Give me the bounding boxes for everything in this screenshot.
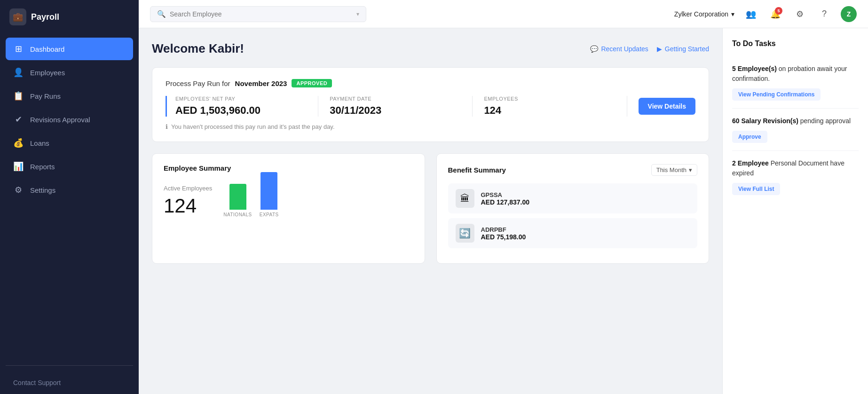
employee-summary-card: Employee Summary Active Employees 124 NA… bbox=[152, 153, 425, 264]
sidebar-label-revisions_approval: Revisions Approval bbox=[30, 116, 90, 124]
benefit-summary-title: Benefit Summary bbox=[448, 166, 506, 174]
sidebar-item-pay_runs[interactable]: 📋 Pay Runs bbox=[6, 85, 133, 107]
payrun-employees: EMPLOYEES 124 bbox=[484, 96, 627, 117]
benefit-logo: 🏛 bbox=[456, 189, 474, 208]
benefit-logo: 🔄 bbox=[456, 224, 474, 243]
search-icon: 🔍 bbox=[157, 10, 166, 18]
net-pay-label: EMPLOYEES' NET PAY bbox=[175, 96, 307, 102]
settings-icon: ⚙ bbox=[13, 185, 24, 195]
sidebar-item-settings[interactable]: ⚙ Settings bbox=[6, 179, 133, 201]
team-icon[interactable]: 👥 bbox=[743, 6, 759, 22]
reports-icon: 📊 bbox=[13, 161, 24, 172]
org-chevron-icon: ▾ bbox=[731, 10, 734, 18]
content-area: Welcome Kabir! 💬 Recent Updates ▶ Gettin… bbox=[139, 28, 868, 394]
org-name: Zylker Corporation bbox=[674, 10, 728, 18]
search-bar[interactable]: 🔍 ▾ bbox=[150, 6, 366, 22]
org-selector[interactable]: Zylker Corporation ▾ bbox=[674, 10, 734, 18]
sidebar-label-pay_runs: Pay Runs bbox=[30, 92, 61, 100]
notification-badge: 5 bbox=[775, 7, 782, 15]
settings-icon[interactable]: ⚙ bbox=[792, 6, 808, 22]
net-pay-value: AED 1,503,960.00 bbox=[175, 104, 307, 117]
benefit-items: 🏛 GPSSA AED 127,837.00 🔄 ADRPBF AED 75,1… bbox=[448, 183, 698, 248]
sidebar-label-dashboard: Dashboard bbox=[30, 45, 64, 53]
pay_runs-icon: 📋 bbox=[13, 91, 24, 101]
todo-item-probation: 5 Employee(s) on probation await your co… bbox=[732, 56, 859, 109]
payrun-month: November 2023 bbox=[235, 79, 287, 87]
bar-label: NATIONALS bbox=[223, 212, 252, 217]
todo-btn-probation[interactable]: View Pending Confirmations bbox=[732, 88, 821, 101]
sidebar-item-dashboard[interactable]: ⊞ Dashboard bbox=[6, 38, 133, 60]
topbar: 🔍 ▾ Zylker Corporation ▾ 👥 🔔 5 ⚙ ? Z bbox=[139, 0, 868, 28]
benefit-name: GPSSA bbox=[481, 191, 530, 198]
payrun-net-pay: EMPLOYEES' NET PAY AED 1,503,960.00 bbox=[175, 96, 318, 117]
todo-text: 60 Salary Revision(s) pending approval bbox=[732, 116, 859, 126]
bar-nationals: NATIONALS bbox=[223, 184, 252, 217]
benefit-filter-chevron: ▾ bbox=[689, 166, 692, 173]
todo-highlight: 60 Salary Revision(s) bbox=[732, 117, 798, 125]
sidebar-item-employees[interactable]: 👤 Employees bbox=[6, 61, 133, 84]
sidebar-logo[interactable]: 💼 Payroll bbox=[0, 0, 139, 34]
help-icon[interactable]: ? bbox=[816, 6, 832, 22]
benefit-name: ADRPBF bbox=[481, 226, 526, 233]
getting-started-label: Getting Started bbox=[665, 45, 709, 53]
page-title: Welcome Kabir! bbox=[152, 41, 244, 56]
sidebar-nav: ⊞ Dashboard👤 Employees📋 Pay Runs✔ Revisi… bbox=[0, 34, 139, 360]
contact-support[interactable]: Contact Support bbox=[0, 371, 139, 394]
todo-btn-salary_revision[interactable]: Approve bbox=[732, 131, 767, 143]
topbar-right: Zylker Corporation ▾ 👥 🔔 5 ⚙ ? Z bbox=[674, 6, 857, 22]
todo-items: 5 Employee(s) on probation await your co… bbox=[732, 56, 859, 203]
page-header-actions: 💬 Recent Updates ▶ Getting Started bbox=[590, 45, 709, 53]
summaries-row: Employee Summary Active Employees 124 NA… bbox=[152, 153, 709, 264]
payrun-title: Process Pay Run for November 2023 APPROV… bbox=[166, 79, 695, 87]
benefit-filter-label: This Month bbox=[656, 166, 687, 173]
todo-text: 5 Employee(s) on probation await your co… bbox=[732, 64, 859, 84]
benefit-info: ADRPBF AED 75,198.00 bbox=[481, 226, 526, 241]
payrun-payment-date: PAYMENT DATE 30/11/2023 bbox=[330, 96, 473, 117]
benefit-info: GPSSA AED 127,837.00 bbox=[481, 191, 530, 206]
notifications-icon[interactable]: 🔔 5 bbox=[767, 6, 783, 22]
benefit-item-adrpbf: 🔄 ADRPBF AED 75,198.00 bbox=[448, 218, 698, 248]
getting-started-icon: ▶ bbox=[657, 45, 662, 53]
approved-badge: APPROVED bbox=[292, 79, 332, 87]
payrun-stats: EMPLOYEES' NET PAY AED 1,503,960.00 PAYM… bbox=[166, 96, 695, 117]
loans-icon: 💰 bbox=[13, 138, 24, 148]
todo-highlight: 5 Employee(s) bbox=[732, 65, 777, 72]
getting-started-link[interactable]: ▶ Getting Started bbox=[657, 45, 709, 53]
recent-updates-link[interactable]: 💬 Recent Updates bbox=[590, 45, 648, 53]
sidebar-label-loans: Loans bbox=[30, 139, 49, 147]
payrun-action: View Details bbox=[639, 98, 695, 115]
benefit-summary-card: Benefit Summary This Month ▾ 🏛 GPSSA AED… bbox=[436, 153, 710, 264]
payrun-prefix: Process Pay Run for bbox=[166, 79, 230, 87]
active-employees-block: Active Employees 124 bbox=[164, 185, 212, 217]
main: 🔍 ▾ Zylker Corporation ▾ 👥 🔔 5 ⚙ ? Z Wel… bbox=[139, 0, 868, 394]
sidebar-item-loans[interactable]: 💰 Loans bbox=[6, 132, 133, 154]
avatar[interactable]: Z bbox=[841, 6, 857, 22]
employees-icon: 👤 bbox=[13, 67, 24, 78]
view-details-button[interactable]: View Details bbox=[639, 98, 695, 115]
benefit-filter[interactable]: This Month ▾ bbox=[651, 164, 697, 176]
main-content: Welcome Kabir! 💬 Recent Updates ▶ Gettin… bbox=[139, 28, 722, 394]
payment-date-label: PAYMENT DATE bbox=[330, 96, 461, 102]
warning-icon: ℹ bbox=[166, 123, 168, 130]
benefit-item-gpssa: 🏛 GPSSA AED 127,837.00 bbox=[448, 183, 698, 213]
search-input[interactable] bbox=[170, 10, 353, 18]
sidebar-divider bbox=[6, 365, 133, 366]
dashboard-icon: ⊞ bbox=[13, 44, 24, 54]
sidebar-item-reports[interactable]: 📊 Reports bbox=[6, 155, 133, 178]
todo-highlight: 2 Employee bbox=[732, 159, 769, 167]
payrun-card: Process Pay Run for November 2023 APPROV… bbox=[152, 67, 709, 142]
search-filter-icon: ▾ bbox=[356, 11, 359, 17]
warning-text: You haven't processed this pay run and i… bbox=[171, 123, 335, 130]
emp-chart: NATIONALS EXPATS bbox=[223, 180, 278, 217]
todo-title: To Do Tasks bbox=[732, 39, 859, 48]
todo-btn-expired_docs[interactable]: View Full List bbox=[732, 183, 780, 195]
app-name: Payroll bbox=[31, 12, 59, 22]
sidebar-item-revisions_approval[interactable]: ✔ Revisions Approval bbox=[6, 108, 133, 131]
todo-text: 2 Employee Personal Document have expire… bbox=[732, 158, 859, 178]
benefit-header: Benefit Summary This Month ▾ bbox=[448, 164, 698, 176]
sidebar-label-reports: Reports bbox=[30, 163, 55, 171]
recent-updates-icon: 💬 bbox=[590, 45, 598, 53]
right-panel: To Do Tasks 5 Employee(s) on probation a… bbox=[722, 28, 868, 394]
bar-label: EXPATS bbox=[260, 212, 279, 217]
active-emp-label: Active Employees bbox=[164, 185, 212, 192]
